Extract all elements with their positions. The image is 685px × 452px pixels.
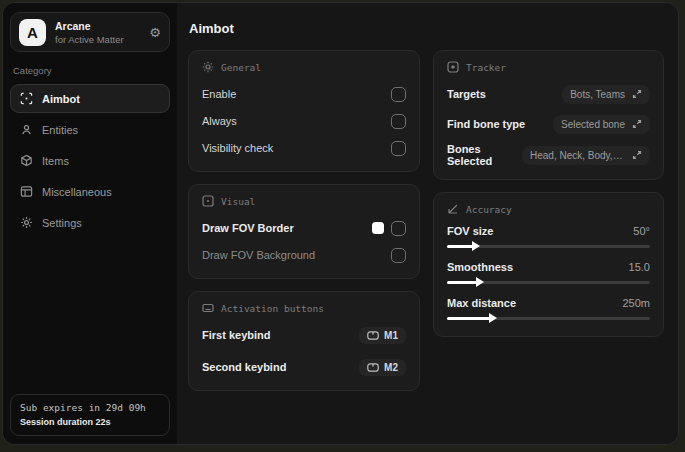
expand-icon xyxy=(632,89,642,99)
expand-icon xyxy=(632,150,642,160)
setting-row-draw-fov-background: Draw FOV Background xyxy=(202,244,406,266)
setting-row-draw-fov-border: Draw FOV Border xyxy=(202,217,406,239)
keyboard-icon xyxy=(202,302,214,314)
sub-expires-text: Sub expires in 29d 09h xyxy=(20,402,160,413)
always-checkbox[interactable] xyxy=(391,114,406,129)
setting-row-fov-size: FOV size 50° xyxy=(447,225,650,248)
target-icon xyxy=(447,61,459,73)
setting-label: Max distance xyxy=(447,297,516,309)
mouse-icon xyxy=(367,363,379,372)
sidebar: A Arcane for Active Matter ⚙ Category Ai… xyxy=(3,3,177,444)
frame-icon xyxy=(202,195,214,207)
expand-icon xyxy=(632,119,642,129)
select-value: Selected bone xyxy=(561,119,625,130)
setting-row-first-keybind: First keybind M1 xyxy=(202,324,406,346)
keybind-value: M2 xyxy=(384,362,398,373)
find-bone-type-select[interactable]: Selected bone xyxy=(553,115,650,134)
fov-size-value: 50° xyxy=(633,225,650,237)
settings-gear-icon xyxy=(20,216,33,229)
select-value: Head, Neck, Body, Pe.. xyxy=(530,150,625,161)
layout-list-icon xyxy=(20,185,33,198)
setting-label: FOV size xyxy=(447,225,493,237)
sidebar-item-label: Settings xyxy=(42,217,82,229)
max-distance-value: 250m xyxy=(622,297,650,309)
app-logo: A xyxy=(19,19,46,46)
setting-label: Enable xyxy=(202,88,236,100)
panel-general: General Enable Always Visibility check xyxy=(188,50,420,172)
entities-icon xyxy=(20,123,33,136)
sun-icon xyxy=(202,61,214,73)
sidebar-item-items[interactable]: Items xyxy=(10,146,170,175)
setting-label: Find bone type xyxy=(447,118,525,130)
subscription-info-box: Sub expires in 29d 09h Session duration … xyxy=(10,394,170,436)
fov-size-slider[interactable] xyxy=(447,245,650,248)
angle-icon xyxy=(447,203,459,215)
setting-row-visibility-check: Visibility check xyxy=(202,137,406,159)
mouse-icon xyxy=(367,331,379,340)
setting-label: Draw FOV Background xyxy=(202,249,315,261)
smoothness-slider[interactable] xyxy=(447,281,650,284)
setting-row-targets: Targets Bots, Teams xyxy=(447,83,650,105)
setting-row-enable: Enable xyxy=(202,83,406,105)
setting-label: Visibility check xyxy=(202,142,273,154)
setting-row-bones-selected: Bones Selected Head, Neck, Body, Pe.. xyxy=(447,143,650,167)
setting-row-find-bone-type: Find bone type Selected bone xyxy=(447,113,650,135)
sidebar-item-entities[interactable]: Entities xyxy=(10,115,170,144)
sidebar-item-settings[interactable]: Settings xyxy=(10,208,170,237)
smoothness-value: 15.0 xyxy=(629,261,650,273)
sidebar-nav: Aimbot Entities Items xyxy=(10,84,170,237)
category-label: Category xyxy=(13,65,167,76)
gear-icon[interactable]: ⚙ xyxy=(149,26,161,39)
app-name: Arcane xyxy=(55,20,140,32)
sidebar-item-aimbot[interactable]: Aimbot xyxy=(10,84,170,113)
cube-icon xyxy=(20,154,33,167)
setting-label: Targets xyxy=(447,88,486,100)
setting-row-max-distance: Max distance 250m xyxy=(447,297,650,320)
select-value: Bots, Teams xyxy=(570,89,625,100)
page-title: Aimbot xyxy=(189,21,664,36)
second-keybind-button[interactable]: M2 xyxy=(359,359,406,376)
panel-title: Visual xyxy=(221,196,255,207)
panel-activation-buttons: Activation buttons First keybind M1 xyxy=(188,291,420,391)
main-content: Aimbot General Enable xyxy=(177,3,678,444)
setting-row-always: Always xyxy=(202,110,406,132)
panel-visual: Visual Draw FOV Border Draw FOV Backgrou… xyxy=(188,184,420,279)
app-window: A Arcane for Active Matter ⚙ Category Ai… xyxy=(2,2,679,445)
setting-row-second-keybind: Second keybind M2 xyxy=(202,356,406,378)
draw-fov-background-checkbox[interactable] xyxy=(391,248,406,263)
fov-border-color-swatch[interactable] xyxy=(372,222,384,234)
panel-title: General xyxy=(221,62,261,73)
panel-title: Accuracy xyxy=(466,204,512,215)
sidebar-item-miscellaneous[interactable]: Miscellaneous xyxy=(10,177,170,206)
keybind-value: M1 xyxy=(384,330,398,341)
setting-label: Bones Selected xyxy=(447,143,514,167)
profile-text: Arcane for Active Matter xyxy=(55,20,140,45)
bones-selected-select[interactable]: Head, Neck, Body, Pe.. xyxy=(522,146,650,165)
profile-card: A Arcane for Active Matter ⚙ xyxy=(10,12,170,52)
draw-fov-border-checkbox[interactable] xyxy=(391,221,406,236)
setting-label: First keybind xyxy=(202,329,270,341)
max-distance-slider[interactable] xyxy=(447,317,650,320)
session-duration-text: Session duration 22s xyxy=(20,417,160,427)
visibility-check-checkbox[interactable] xyxy=(391,141,406,156)
setting-label: Smoothness xyxy=(447,261,513,273)
sidebar-item-label: Miscellaneous xyxy=(42,186,112,198)
slider-thumb[interactable] xyxy=(472,241,480,251)
slider-thumb[interactable] xyxy=(489,313,497,323)
slider-thumb[interactable] xyxy=(476,277,484,287)
panel-title: Activation buttons xyxy=(221,303,324,314)
panel-tracker: Tracker Targets Bots, Teams xyxy=(433,50,664,180)
setting-row-smoothness: Smoothness 15.0 xyxy=(447,261,650,284)
enable-checkbox[interactable] xyxy=(391,87,406,102)
sidebar-item-label: Aimbot xyxy=(42,93,80,105)
first-keybind-button[interactable]: M1 xyxy=(359,327,406,344)
panel-title: Tracker xyxy=(466,62,506,73)
setting-label: Second keybind xyxy=(202,361,286,373)
crosshair-icon xyxy=(20,92,33,105)
panel-accuracy: Accuracy FOV size 50° xyxy=(433,192,664,337)
setting-label: Always xyxy=(202,115,237,127)
sidebar-item-label: Items xyxy=(42,155,69,167)
setting-label: Draw FOV Border xyxy=(202,222,294,234)
targets-select[interactable]: Bots, Teams xyxy=(562,85,650,104)
app-subtitle: for Active Matter xyxy=(55,34,140,45)
